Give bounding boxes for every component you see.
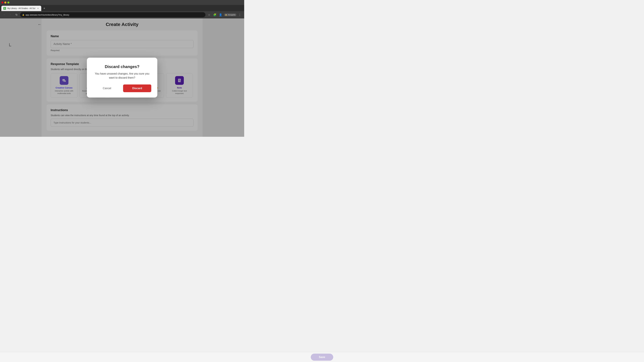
- menu-button[interactable]: ⋮: [238, 12, 242, 17]
- active-tab[interactable]: S My Library - All Grades - All Sul ✕: [1, 6, 41, 11]
- address-bar[interactable]: 🔒 app.seesaw.me/#/activities/library?my_…: [20, 12, 206, 17]
- minimize-window-button[interactable]: [4, 1, 6, 3]
- incognito-icon: 🕵: [225, 14, 227, 16]
- discard-button[interactable]: Discard: [123, 84, 151, 92]
- modal-overlay: Discard changes? You have unsaved change…: [0, 18, 244, 137]
- dialog-title: Discard changes?: [93, 64, 151, 69]
- url-text: app.seesaw.me/#/activities/library?my_li…: [26, 13, 69, 16]
- maximize-window-button[interactable]: [8, 1, 10, 3]
- back-nav-button[interactable]: ←: [2, 12, 7, 17]
- new-tab-button[interactable]: +: [42, 6, 46, 11]
- reload-button[interactable]: ↻: [14, 12, 19, 17]
- dialog-message: You have unsaved changes. Are you sure y…: [93, 72, 151, 80]
- cancel-button[interactable]: Cancel: [93, 84, 121, 92]
- toolbar-right: ☆ 🧩 👤 🕵 Incognito ⋮: [207, 12, 242, 17]
- tab-close-button[interactable]: ✕: [36, 7, 39, 10]
- discard-dialog: Discard changes? You have unsaved change…: [87, 58, 157, 97]
- tab-title: My Library - All Grades - All Sul: [8, 7, 35, 9]
- incognito-label: Incognito: [228, 14, 236, 16]
- browser-chrome: S My Library - All Grades - All Sul ✕ + …: [0, 0, 244, 18]
- tab-favicon: S: [3, 7, 6, 10]
- forward-nav-button[interactable]: →: [8, 12, 13, 17]
- window-controls: [1, 1, 10, 3]
- page-content: ← Create Activity Name Required Response…: [0, 18, 244, 137]
- tab-bar: S My Library - All Grades - All Sul ✕ +: [0, 5, 244, 11]
- incognito-badge[interactable]: 🕵 Incognito: [224, 13, 236, 16]
- extensions-button[interactable]: 🧩: [212, 12, 217, 17]
- titlebar: [0, 0, 244, 5]
- bookmark-button[interactable]: ☆: [207, 12, 212, 17]
- dialog-buttons: Cancel Discard: [93, 84, 151, 92]
- address-bar-row: ← → ↻ 🔒 app.seesaw.me/#/activities/libra…: [0, 11, 244, 18]
- close-window-button[interactable]: [1, 1, 3, 3]
- lock-icon: 🔒: [22, 14, 24, 16]
- profile-button[interactable]: 👤: [218, 12, 223, 17]
